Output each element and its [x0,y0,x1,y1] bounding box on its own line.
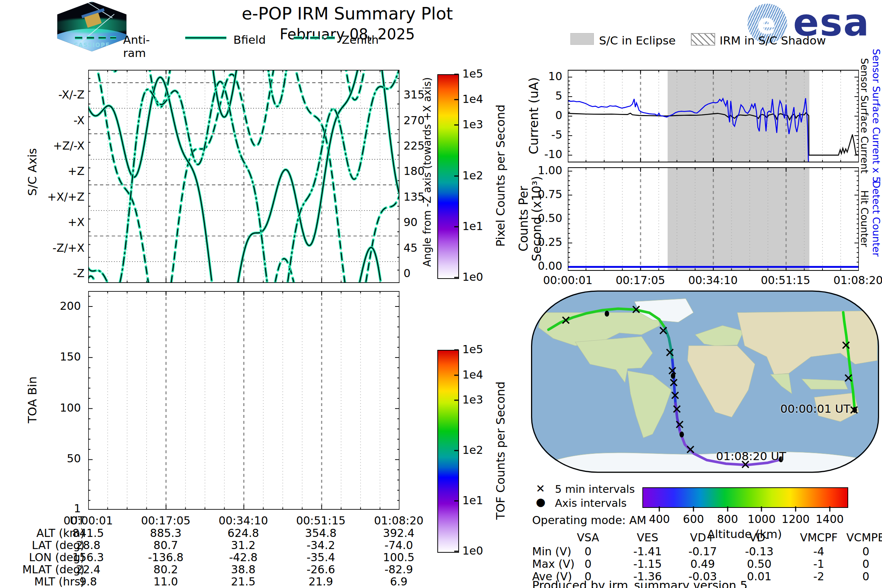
ephem-cell: 21.9 [284,576,358,587]
sc-right-tick-label: 315 [404,89,424,100]
ephem-cell: 21.5 [207,576,280,587]
ephem-cell: 80.7 [129,540,202,551]
ephem-cell: 841.5 [51,528,125,539]
tof-cbar-tick-tickmark [454,349,459,351]
sc-ytick-label: -Z [15,268,84,279]
tof-cbar-tick-tickmark [454,550,459,552]
alt-cbar-tickmark [658,506,660,512]
volt-col-header: VD+ [673,532,732,543]
alt-cbar-tickmark [795,506,797,512]
ephem-cell: 6.9 [362,576,435,587]
pixel-cbar-tick-tickmark [454,226,459,228]
volt-cell: -1.15 [618,559,677,570]
counts-ytick-label: 0.00 [520,261,562,272]
pixel-cbar-tick: 1e0 [462,272,483,283]
volt-col-header: VD- [730,532,789,543]
sc-ytick-label: -X/-Z [15,89,84,100]
time-xtick-label: 00:51:15 [745,275,826,286]
volt-col-header: VCMPB [836,532,882,543]
pixel-cbar-tick: 1e3 [462,119,483,130]
tof-cbar-tick: 1e4 [462,369,483,380]
ephem-cell: 31.2 [207,540,280,551]
volt-cell: 0 [559,571,617,582]
tof-cbar-tick-tickmark [454,399,459,401]
ephem-cell: 00:00:01 [51,515,125,526]
sc-legend-sample-Bfield [184,34,228,42]
ephem-cell: 392.4 [362,528,435,539]
pixel-cbar-tick: 1e1 [462,221,483,232]
sc-legend-label: Zenith [342,33,378,46]
pixel-cbar-tick: 1e5 [462,68,483,80]
sc-right-tick-label: 45 [404,243,417,254]
ephem-cell: 28.8 [51,540,125,551]
sc-ytick-label: +X/+Z [15,192,84,202]
world-map [531,290,879,473]
alt-cbar-tickmark [726,506,729,512]
tof-cbar-label: TOF Counts per Second [495,381,506,520]
ephem-cell: -34.2 [284,540,358,551]
sc-right-tick-label: 225 [404,140,424,152]
volt-cell: 0 [836,571,882,582]
sc-legend-label: Anti-ram [123,33,150,60]
eclipse-legend-label: S/C in Eclipse [599,34,676,47]
volt-cell: 0 [559,559,617,570]
map-end-time-label: 01:08:20 UT [694,450,786,463]
dot-marker-icon: ● [536,495,545,508]
sc-right-tick-label: 135 [404,192,424,202]
pixel-cbar-tick-tickmark [454,73,459,75]
shadow-legend-swatch [691,33,715,46]
altitude-colorbar [642,487,848,508]
ephem-cell: 885.3 [129,528,202,539]
sc-ytick-label: +Z [15,166,84,177]
sc-right-tick-label: 270 [404,115,424,126]
ephem-cell: 624.8 [207,528,280,539]
toa-bin-plot [88,291,399,510]
counts-plot [568,167,859,271]
tof-cbar-tick-tickmark [454,450,459,452]
sc-ytick-label: -Z/+X [15,243,84,254]
sc-right-tick-label: 180 [404,166,424,177]
dot-marker-label: Axis intervals [555,497,627,509]
tof-cbar-tick-tickmark [454,374,459,376]
tof-cbar-tick: 1e3 [462,394,483,405]
ephem-cell: -74.0 [362,540,435,551]
ephem-cell: 01:08:20 [362,515,435,526]
ephem-cell: 11.0 [129,576,202,587]
volt-cell: 0.50 [730,559,789,570]
current-right-label-black: Sensor Surface Current [859,58,870,174]
counts-ytick-label: 0.50 [520,213,562,224]
operating-mode: Operating mode: AM [532,514,646,526]
ephem-cell: -35.4 [284,552,358,563]
ephem-cell: -26.6 [284,564,358,575]
ephem-cell: -42.8 [207,552,280,563]
sc-right-tick-label: 0 [404,268,411,279]
cassiope-mission-patch: CASSIOPE [52,2,131,51]
sc-legend-label: Bfield [233,33,266,46]
volt-cell: -0.03 [673,571,732,582]
tof-cbar-tick: 1e2 [462,445,483,456]
volt-cell: 0 [836,559,882,570]
map-start-time-label: 00:00:01 UT [759,402,850,415]
ephem-cell: 00:17:05 [129,515,202,526]
toa-ylabel: TOA Bin [27,376,38,423]
ephem-cell: -82.9 [362,564,435,575]
time-xtick-label: 00:00:01 [527,275,608,286]
current-right-label-blue: Sensor Surface Current x 5 [871,49,882,183]
alt-cbar-tickmark [760,506,763,512]
page-title: e-POP IRM Summary Plot [127,4,568,24]
volt-col-header: VES [618,532,677,543]
cassiope-label: CASSIOPE [53,42,130,48]
tof-cbar-tick: 1e0 [462,545,483,556]
pixel-cbar-tick-tickmark [454,124,459,126]
time-xtick-label: 00:17:05 [600,275,681,286]
time-xtick-label: 01:08:20 [818,275,882,286]
sc-right-tick-label: 90 [404,217,417,228]
x-marker-label: 5 min intervals [555,483,634,495]
pixel-cbar-tick: 1e2 [462,170,483,181]
counts-right-label-black: Hit Counter [859,190,870,248]
volt-cell: -0.17 [673,546,732,557]
alt-cbar-tick-label: 1400 [808,514,852,525]
epop-irm-summary-page: { "header": { "title": "e-POP IRM Summar… [0,0,882,588]
volt-cell: 0 [836,546,882,557]
ephem-cell: 80.2 [129,564,202,575]
